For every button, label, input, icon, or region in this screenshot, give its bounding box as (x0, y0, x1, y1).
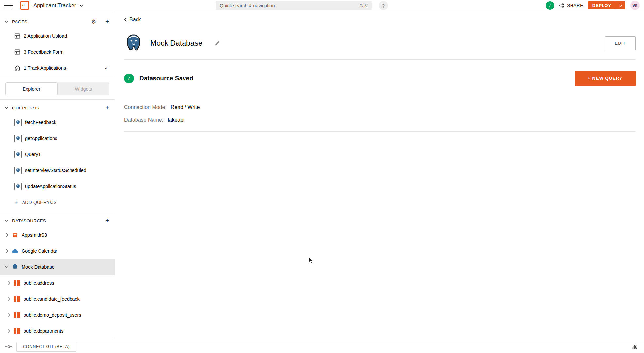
sidebar-item-table-public-demo-deposit-users[interactable]: public.demo_deposit_users (0, 307, 115, 323)
sidebar-item-query-query1[interactable]: Query1 (0, 146, 115, 162)
datasources-section-header[interactable]: DATASOURCES + (0, 214, 115, 227)
table-icon (14, 296, 20, 302)
postgres-icon (14, 183, 22, 190)
share-button[interactable]: SHARE (559, 3, 583, 8)
datasource-title: Mock Database (150, 39, 202, 48)
new-query-button[interactable]: + NEW QUERY (575, 71, 636, 86)
current-page-check-icon: ✓ (105, 65, 109, 71)
sidebar-item-query-getapplications[interactable]: getApplications (0, 130, 115, 146)
plus-icon: + (14, 199, 18, 205)
explorer-widgets-tabs: Explorer Widgets (5, 82, 109, 95)
sidebar-divider (0, 212, 115, 212)
gear-icon[interactable]: ⚙ (91, 19, 96, 25)
chevron-down-icon (5, 107, 8, 109)
field-value: fakeapi (168, 117, 185, 123)
chevron-right-icon[interactable] (8, 329, 10, 333)
datasources-header-label: DATASOURCES (12, 218, 46, 223)
search-input[interactable] (220, 3, 359, 8)
deploy-menu-button[interactable] (616, 1, 625, 9)
edit-button[interactable]: EDIT (605, 36, 636, 50)
sidebar-item-datasource-appsmiths3[interactable]: AppsmithS3 (0, 227, 115, 243)
help-icon: ? (382, 3, 385, 8)
chevron-right-icon[interactable] (8, 313, 10, 317)
chevron-down-icon[interactable] (5, 266, 8, 268)
postgres-icon (14, 119, 22, 126)
queries-header-label: QUERIES/JS (12, 106, 39, 110)
add-query-button[interactable]: + (105, 105, 109, 111)
pages-section-header[interactable]: PAGES ⚙ + (0, 15, 115, 28)
table-icon (14, 280, 20, 286)
sidebar-item-query-setinterviewstatusscheduled[interactable]: setInterviewStatusScheduled (0, 162, 115, 178)
chevron-down-icon (5, 219, 8, 222)
sidebar-divider (0, 99, 115, 100)
connection-mode-row: Connection Mode: Read / Write (124, 104, 636, 110)
chevron-right-icon[interactable] (8, 297, 10, 301)
postgres-icon (14, 135, 22, 142)
add-query-js-button[interactable]: + ADD QUERY/JS (0, 194, 115, 210)
queries-section-header[interactable]: QUERIES/JS + (0, 102, 115, 114)
s3-icon (12, 232, 18, 238)
tab-widgets[interactable]: Widgets (58, 82, 110, 95)
bottom-statusbar: CONNECT GIT (BETA) (0, 340, 644, 353)
chevron-down-icon (5, 20, 8, 23)
postgres-icon (12, 264, 18, 270)
chevron-left-icon (124, 18, 127, 22)
sidebar-item-table-public-candidate-feedback[interactable]: public.candidate_feedback (0, 291, 115, 307)
topbar: a_ Applicant Tracker ⌘ K ? ✓ SHARE DEPLO… (0, 0, 644, 11)
sidebar-divider (0, 78, 115, 78)
datasource-header: Mock Database EDIT (124, 34, 636, 53)
pages-header-label: PAGES (12, 19, 27, 24)
appsmith-logo: a_ (20, 1, 29, 10)
field-label: Database Name: (124, 117, 163, 123)
app-window: a_ Applicant Tracker ⌘ K ? ✓ SHARE DEPLO… (0, 0, 644, 353)
share-icon (559, 3, 565, 8)
deploy-label[interactable]: DEPLOY (588, 1, 616, 9)
deploy-button[interactable]: DEPLOY (588, 1, 625, 9)
sidebar-item-page-track-applications[interactable]: 1 Track Applications ✓ (0, 60, 115, 76)
postgres-icon (14, 151, 22, 158)
field-label: Connection Mode: (124, 104, 167, 110)
sidebar-item-table-public-address[interactable]: public.address (0, 275, 115, 291)
sidebar-item-query-fetchfeedback[interactable]: fetchFeedback (0, 114, 115, 130)
back-button[interactable]: Back (124, 17, 141, 23)
sidebar-item-table-public-departments[interactable]: public.departments (0, 323, 115, 339)
hamburger-menu-icon[interactable] (4, 3, 13, 8)
entity-explorer-sidebar: PAGES ⚙ + 2 Application Upload 3 Feeedba… (0, 11, 115, 339)
add-datasource-button[interactable]: + (105, 217, 109, 224)
chevron-right-icon[interactable] (8, 281, 10, 285)
table-icon (14, 312, 20, 318)
help-button[interactable]: ? (379, 1, 388, 10)
datasource-detail-panel: Back Mock Database EDIT ✓ Datasource Sav… (115, 11, 644, 340)
postgres-icon (14, 167, 22, 174)
sidebar-item-datasource-google-calendar[interactable]: Google Calendar (0, 243, 115, 259)
git-commit-icon (5, 345, 12, 349)
page-icon (14, 49, 20, 55)
user-avatar[interactable]: VK (630, 1, 640, 10)
topbar-actions: ✓ SHARE DEPLOY VK (546, 1, 640, 10)
chevron-down-icon (79, 4, 83, 7)
app-title-menu[interactable]: Applicant Tracker (33, 2, 83, 9)
status-text: Datasource Saved (139, 75, 193, 82)
tab-explorer[interactable]: Explorer (5, 82, 58, 95)
quick-search-bar[interactable]: ⌘ K (216, 1, 372, 10)
datasource-config-summary: Connection Mode: Read / Write Database N… (124, 104, 636, 132)
sidebar-item-datasource-mock-database[interactable]: Mock Database (0, 259, 115, 275)
chevron-down-icon (619, 4, 622, 7)
success-check-icon: ✓ (124, 74, 134, 83)
chevron-right-icon[interactable] (6, 249, 8, 253)
app-title: Applicant Tracker (33, 2, 76, 9)
database-name-row: Database Name: fakeapi (124, 117, 636, 123)
chevron-right-icon[interactable] (6, 233, 8, 237)
datasource-status-row: ✓ Datasource Saved + NEW QUERY (124, 71, 636, 86)
add-page-button[interactable]: + (105, 18, 109, 25)
sidebar-item-page-feedback-form[interactable]: 3 Feeedback Form (0, 44, 115, 60)
connect-git-button[interactable]: CONNECT GIT (BETA) (16, 342, 76, 352)
sidebar-item-page-application-upload[interactable]: 2 Application Upload (0, 28, 115, 44)
home-icon (14, 65, 20, 71)
debug-bug-icon[interactable] (632, 344, 637, 349)
sidebar-item-query-updateapplicationstatus[interactable]: updateApplicationStatus (0, 178, 115, 194)
postgresql-logo (124, 34, 143, 53)
share-label: SHARE (567, 3, 583, 8)
rename-pencil-icon[interactable] (214, 40, 220, 46)
field-value: Read / Write (171, 104, 200, 110)
